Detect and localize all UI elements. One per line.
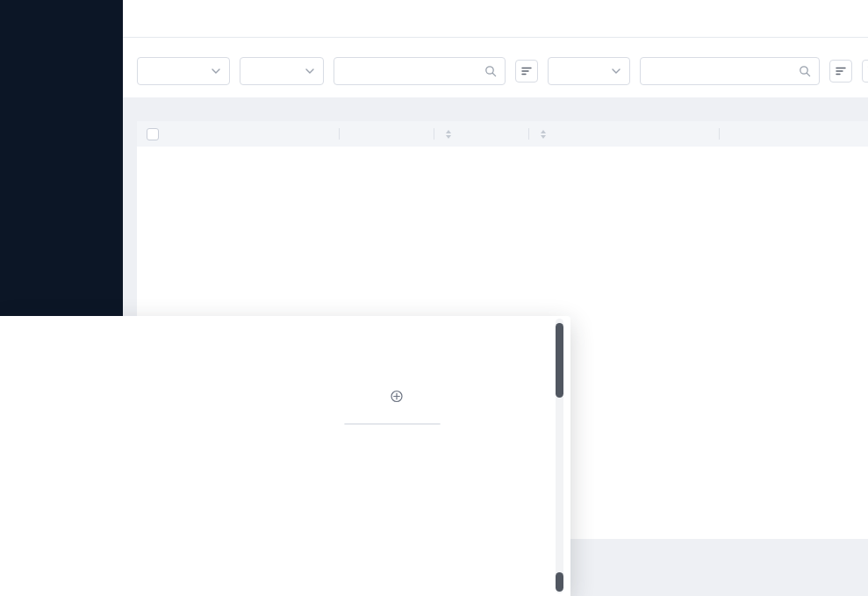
packing-preview-popup [0,316,570,596]
sort-lines-button-2[interactable] [829,60,852,83]
sort-lines-icon [835,65,847,77]
filter-row-2 [137,57,854,85]
select-all-checkbox[interactable] [147,128,159,140]
bin-packing-chart [4,400,312,592]
search-icon[interactable] [484,65,497,77]
sort-icon[interactable] [446,130,451,139]
status-tabs [123,0,868,38]
order-search-box [640,57,820,85]
sort-icon[interactable] [541,130,546,139]
barcode-type-select[interactable] [240,57,324,85]
unit-select[interactable] [137,57,230,85]
col-header-qty[interactable] [434,121,528,147]
col-header-sku[interactable] [528,121,719,147]
filter-panel [123,38,868,97]
search-icon[interactable] [799,65,811,77]
barcode-search-box [334,57,506,85]
lingxing-logo-icon [391,390,404,403]
col-header-order-no[interactable] [166,121,339,147]
chart-legend [344,423,441,425]
chevron-down-icon [305,68,314,74]
filter-funnel-button[interactable] [862,60,868,83]
chevron-down-icon [212,68,220,74]
scrollbar-thumb[interactable] [556,323,563,398]
chevron-down-icon [612,68,621,74]
popup-scrollbar[interactable] [556,319,563,593]
app-root [0,0,868,596]
sort-lines-button[interactable] [515,60,538,83]
scrollbar-thumb-bottom[interactable] [556,572,563,592]
toolbar [123,97,868,121]
powered-by [391,390,409,403]
barcode-search-input[interactable] [342,65,479,78]
order-no-select[interactable] [548,57,630,85]
col-header-note[interactable] [339,121,434,147]
sort-lines-icon [520,65,533,77]
table-header [137,121,868,147]
order-search-input[interactable] [649,65,793,78]
col-header-product[interactable] [719,121,868,147]
